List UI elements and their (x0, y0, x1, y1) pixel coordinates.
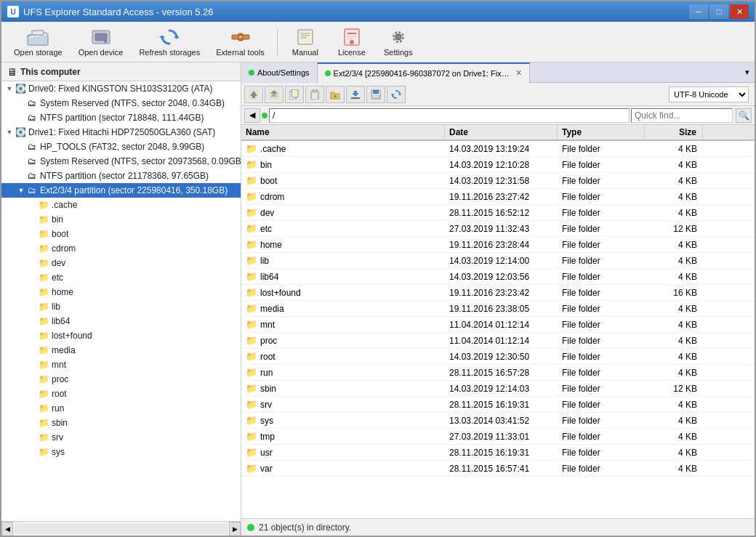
scroll-right-button[interactable]: ▶ (229, 522, 241, 536)
search-button[interactable]: 🔍 (736, 108, 752, 123)
file-name-cell: 📁 boot (241, 174, 445, 187)
window-controls: ─ □ ✕ (689, 4, 749, 19)
table-row[interactable]: 📁 srv 28.11.2015 16:19:31 File folder 4 … (241, 397, 755, 413)
tree-item[interactable]: 📁 srv (1, 430, 241, 445)
settings-button[interactable]: Settings (377, 25, 420, 60)
expand-icon[interactable]: ▼ (4, 127, 15, 137)
maximize-button[interactable]: □ (709, 4, 728, 19)
file-list-header: Name Date Type Size (241, 125, 755, 141)
external-tools-button[interactable]: External tools (209, 25, 271, 60)
tree-item[interactable]: 📁 etc (1, 270, 241, 285)
tab-ext-partition[interactable]: Ext2/3/4 [225980416-960387072 on Drive1:… (318, 62, 530, 83)
tree-item[interactable]: 📁 run (1, 401, 241, 416)
open-storage-button[interactable]: Open storage (7, 25, 69, 60)
col-header-date[interactable]: Date (445, 125, 558, 140)
new-folder-button[interactable]: + (326, 86, 345, 103)
table-row[interactable]: 📁 usr 28.11.2015 16:19:31 File folder 4 … (241, 445, 755, 461)
tree-item[interactable]: 📁 bin (1, 212, 241, 227)
file-type-cell: File folder (558, 302, 645, 315)
open-device-icon (89, 28, 113, 47)
file-date-cell: 14.03.2019 12:31:58 (445, 174, 558, 187)
tree-item[interactable]: 📁 cdrom (1, 241, 241, 256)
tree-item[interactable]: 📁 lib64 (1, 314, 241, 328)
table-row[interactable]: 📁 tmp 27.03.2019 11:33:01 File folder 4 … (241, 429, 755, 445)
tree-container[interactable]: ▼ 💽 Drive0: Fixed KINGSTON SH103S3120G (… (1, 81, 241, 521)
table-row[interactable]: 📁 lost+found 19.11.2016 23:23:42 File fo… (241, 285, 755, 301)
table-row[interactable]: 📁 boot 14.03.2019 12:31:58 File folder 4… (241, 173, 755, 189)
folder-icon: 📁 (38, 272, 49, 283)
expand-icon[interactable]: ▼ (4, 84, 15, 94)
tree-item[interactable]: 📁 sbin (1, 416, 241, 430)
expand-icon[interactable]: ▼ (16, 185, 26, 195)
manual-button[interactable]: Manual (284, 25, 327, 60)
minimize-button[interactable]: ─ (689, 4, 708, 19)
table-row[interactable]: 📁 proc 11.04.2014 01:12:14 File folder 4… (241, 333, 755, 349)
go-up-button[interactable] (244, 86, 263, 103)
table-row[interactable]: 📁 bin 14.03.2019 12:10:28 File folder 4 … (241, 157, 755, 173)
scroll-left-button[interactable]: ◀ (1, 522, 13, 536)
tree-item[interactable]: 🗂 HP_TOOLS (FAT32, sector 2048, 9.99GB) (1, 140, 241, 154)
tree-item[interactable]: 📁 sys (1, 445, 241, 459)
tree-item[interactable]: 📁 lost+found (1, 328, 241, 343)
tree-item[interactable]: 🗂 System Reserved (NTFS, sector 2048, 0.… (1, 96, 241, 110)
close-button[interactable]: ✕ (730, 4, 749, 19)
table-row[interactable]: 📁 home 19.11.2016 23:28:44 File folder 4… (241, 237, 755, 253)
tab-close-button[interactable]: ✕ (515, 68, 522, 78)
col-header-size[interactable]: Size (645, 125, 703, 140)
table-row[interactable]: 📁 media 19.11.2016 23:38:05 File folder … (241, 301, 755, 317)
tree-item[interactable]: 📁 boot (1, 227, 241, 241)
svg-marker-5 (174, 35, 180, 38)
tab-about-settings[interactable]: About/Settings (241, 62, 318, 83)
table-row[interactable]: 📁 cdrom 19.11.2016 23:27:42 File folder … (241, 189, 755, 205)
table-row[interactable]: 📁 root 14.03.2019 12:30:50 File folder 4… (241, 349, 755, 365)
tree-item[interactable]: 📁 proc (1, 372, 241, 387)
tree-item[interactable]: 📁 .cache (1, 198, 241, 212)
refresh-storages-button[interactable]: Refresh storages (132, 25, 206, 60)
path-input[interactable] (269, 108, 630, 123)
col-header-type[interactable]: Type (558, 125, 645, 140)
tree-item-selected[interactable]: ▼ 🗂 Ext2/3/4 partition (sector 225980416… (1, 183, 241, 198)
go-up-root-button[interactable] (265, 86, 284, 103)
paste-button[interactable] (305, 86, 324, 103)
table-row[interactable]: 📁 lib64 14.03.2019 12:03:56 File folder … (241, 269, 755, 285)
tree-item[interactable]: 📁 root (1, 387, 241, 401)
encoding-select[interactable]: UTF-8 Unicode (669, 86, 749, 102)
table-row[interactable]: 📁 .cache 14.03.2019 13:19:24 File folder… (241, 141, 755, 157)
table-row[interactable]: 📁 sys 13.03.2014 03:41:52 File folder 4 … (241, 413, 755, 429)
table-row[interactable]: 📁 lib 14.03.2019 12:14:00 File folder 4 … (241, 253, 755, 269)
table-row[interactable]: 📁 dev 28.11.2015 16:52:12 File folder 4 … (241, 205, 755, 221)
table-row[interactable]: 📁 mnt 11.04.2014 01:12:14 File folder 4 … (241, 317, 755, 333)
tree-item[interactable]: 📁 media (1, 343, 241, 358)
path-back-button[interactable]: ◀ (244, 108, 260, 123)
tab-overflow-button[interactable]: ▾ (740, 68, 755, 77)
tree-item[interactable]: ▼ 💽 Drive0: Fixed KINGSTON SH103S3120G (… (1, 81, 241, 96)
table-row[interactable]: 📁 sbin 14.03.2019 12:14:03 File folder 1… (241, 381, 755, 397)
copy-button[interactable] (285, 86, 304, 103)
tree-item[interactable]: 🗂 NTFS partition (sector 718848, 111.44G… (1, 110, 241, 125)
col-header-name[interactable]: Name (241, 125, 445, 140)
download-button[interactable] (346, 86, 365, 103)
table-row[interactable]: 📁 var 28.11.2015 16:57:41 File folder 4 … (241, 461, 755, 477)
svg-rect-11 (298, 30, 313, 44)
tree-item[interactable]: 🗂 NTFS partition (sector 21178368, 97.65… (1, 169, 241, 183)
tree-item[interactable]: 🗂 System Reserved (NTFS, sector 20973568… (1, 154, 241, 169)
tree-item[interactable]: 📁 lib (1, 299, 241, 314)
file-list[interactable]: Name Date Type Size 📁 .cache 14.03.2019 … (241, 125, 755, 518)
external-tools-icon (229, 28, 252, 47)
tree-item[interactable]: 📁 dev (1, 256, 241, 270)
scroll-track[interactable] (15, 524, 228, 534)
tree-item[interactable]: ▼ 💽 Drive1: Fixed Hitachi HDP725050GLA36… (1, 125, 241, 140)
search-input[interactable] (631, 108, 733, 123)
save-button[interactable] (366, 86, 385, 103)
open-device-button[interactable]: Open device (72, 25, 130, 60)
file-size-cell: 4 KB (645, 270, 703, 283)
left-horizontal-scrollbar[interactable]: ◀ ▶ (1, 521, 241, 536)
tree-item[interactable]: 📁 home (1, 285, 241, 299)
file-type-cell: File folder (558, 254, 645, 267)
file-name: lib64 (260, 272, 278, 282)
tree-item[interactable]: 📁 mnt (1, 358, 241, 372)
table-row[interactable]: 📁 run 28.11.2015 16:57:28 File folder 4 … (241, 365, 755, 381)
table-row[interactable]: 📁 etc 27.03.2019 11:32:43 File folder 12… (241, 221, 755, 237)
reload-button[interactable] (387, 86, 406, 103)
license-button[interactable]: License (330, 25, 374, 60)
